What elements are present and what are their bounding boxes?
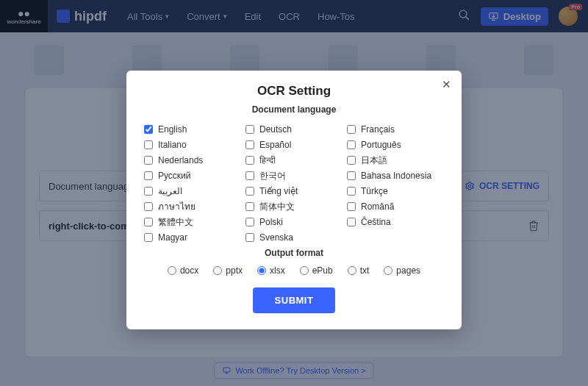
language-option[interactable]: Čeština (347, 218, 444, 226)
language-label: हिन्दी (259, 156, 276, 165)
language-checkbox[interactable] (347, 125, 356, 134)
language-checkbox[interactable] (144, 202, 153, 211)
format-option[interactable]: pages (384, 265, 420, 276)
language-checkbox[interactable] (245, 187, 254, 196)
format-option[interactable]: txt (348, 265, 370, 276)
language-checkbox[interactable] (144, 233, 153, 242)
language-option[interactable]: العربية (144, 187, 241, 196)
language-option[interactable]: Svenska (245, 233, 343, 242)
language-option[interactable]: Deutsch (245, 125, 343, 134)
language-label: Português (361, 140, 401, 149)
format-option[interactable]: docx (168, 265, 198, 276)
language-option[interactable]: Español (245, 140, 343, 149)
language-label: Magyar (158, 233, 187, 242)
language-grid: EnglishDeutschFrançaisItalianoEspañolPor… (144, 125, 444, 242)
format-radio[interactable] (257, 266, 266, 275)
language-label: English (158, 125, 187, 134)
language-checkbox[interactable] (144, 187, 153, 196)
language-checkbox[interactable] (245, 125, 254, 134)
language-option[interactable]: 日本語 (347, 156, 444, 165)
format-radio[interactable] (213, 266, 222, 275)
language-option[interactable]: Français (347, 125, 444, 134)
format-option[interactable]: xlsx (257, 265, 285, 276)
close-icon[interactable]: ✕ (442, 78, 451, 91)
language-checkbox[interactable] (347, 156, 356, 165)
language-label: 繁體中文 (158, 218, 193, 226)
language-label: Svenska (259, 233, 293, 242)
language-option[interactable]: Tiếng việt (245, 187, 343, 196)
language-option[interactable]: Nederlands (144, 156, 241, 165)
language-label: ภาษาไทย (158, 202, 196, 211)
language-option[interactable]: Português (347, 140, 444, 149)
language-label: Italiano (158, 140, 187, 149)
language-option[interactable]: Türkçe (347, 187, 444, 196)
language-checkbox[interactable] (245, 233, 254, 242)
format-options: docxpptxxlsxePubtxtpages (144, 265, 444, 276)
language-checkbox[interactable] (144, 171, 153, 180)
language-option[interactable]: 繁體中文 (144, 218, 241, 226)
format-option[interactable]: pptx (213, 265, 243, 276)
language-option[interactable]: ภาษาไทย (144, 202, 241, 211)
language-checkbox[interactable] (245, 218, 254, 226)
language-option[interactable]: हिन्दी (245, 156, 343, 165)
format-radio[interactable] (168, 266, 176, 275)
language-label: Română (361, 202, 394, 211)
modal-subtitle: Document language (144, 104, 444, 115)
format-radio[interactable] (384, 266, 392, 275)
language-option[interactable]: Bahasa Indonesia (347, 171, 444, 180)
submit-button[interactable]: SUBMIT (253, 287, 336, 313)
language-option[interactable]: Italiano (144, 140, 241, 149)
language-label: Français (361, 125, 395, 134)
language-option[interactable]: Română (347, 202, 444, 211)
language-checkbox[interactable] (347, 202, 356, 211)
language-checkbox[interactable] (245, 140, 254, 149)
language-label: 日本語 (361, 156, 387, 165)
language-label: Türkçe (361, 187, 388, 196)
format-option[interactable]: ePub (300, 265, 333, 276)
language-checkbox[interactable] (144, 125, 153, 134)
language-label: العربية (158, 187, 182, 196)
language-option[interactable]: English (144, 125, 241, 134)
language-checkbox[interactable] (245, 171, 254, 180)
modal-title: OCR Setting (144, 84, 444, 99)
language-label: Tiếng việt (259, 187, 298, 196)
language-option[interactable]: 简体中文 (245, 202, 343, 211)
format-label: pptx (226, 265, 243, 276)
language-label: Čeština (361, 218, 391, 226)
language-checkbox[interactable] (144, 156, 153, 165)
language-option[interactable]: Polski (245, 218, 343, 226)
format-label: docx (180, 265, 198, 276)
language-checkbox[interactable] (245, 202, 254, 211)
output-format-title: Output format (144, 248, 444, 258)
format-label: xlsx (270, 265, 285, 276)
language-checkbox[interactable] (347, 187, 356, 196)
language-checkbox[interactable] (144, 140, 153, 149)
language-option[interactable]: Русский (144, 171, 241, 180)
language-label: Deutsch (259, 125, 292, 134)
language-label: 한국어 (259, 171, 286, 180)
format-radio[interactable] (300, 266, 309, 275)
language-label: Nederlands (158, 156, 203, 165)
language-checkbox[interactable] (245, 156, 254, 165)
language-option[interactable]: 한국어 (245, 171, 343, 180)
language-option[interactable]: Magyar (144, 233, 241, 242)
format-radio[interactable] (348, 266, 356, 275)
format-label: ePub (312, 265, 333, 276)
language-checkbox[interactable] (347, 171, 356, 180)
format-label: pages (396, 265, 420, 276)
language-label: Bahasa Indonesia (361, 171, 431, 180)
language-label: Русский (158, 171, 191, 180)
language-checkbox[interactable] (144, 218, 153, 226)
language-checkbox[interactable] (347, 218, 356, 226)
format-label: txt (360, 265, 370, 276)
language-label: Español (259, 140, 291, 149)
language-label: Polski (259, 218, 283, 226)
submit-button-label: SUBMIT (275, 295, 314, 306)
ocr-setting-modal: ✕ OCR Setting Document language EnglishD… (126, 71, 462, 329)
language-checkbox[interactable] (347, 140, 356, 149)
language-label: 简体中文 (259, 202, 295, 211)
